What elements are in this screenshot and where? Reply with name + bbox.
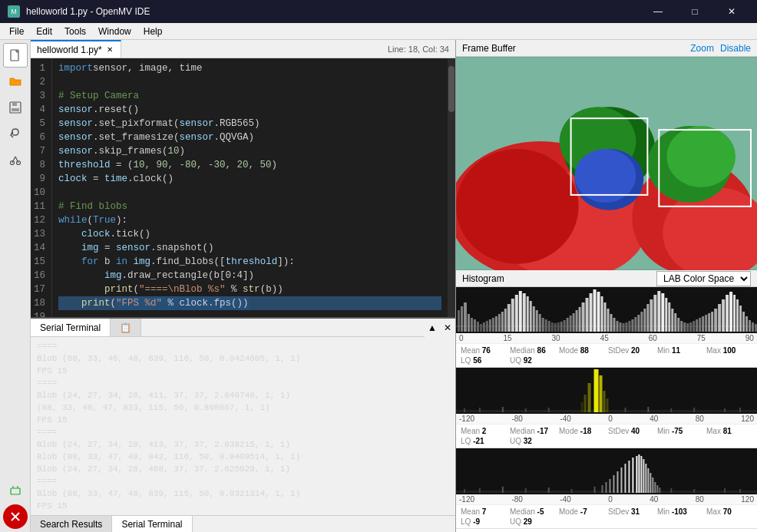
svg-rect-146 (502, 487, 504, 493)
serial-output[interactable]: ==== Blob (88, 33, 46, 48, 839, 116, 50,… (31, 337, 455, 515)
svg-rect-151 (602, 485, 603, 493)
tab-serial-terminal[interactable]: Serial Terminal (31, 319, 111, 336)
svg-rect-40 (492, 318, 494, 332)
left-btn-undo[interactable] (3, 121, 28, 146)
svg-rect-148 (548, 487, 550, 493)
hist-chart-svg-l (456, 287, 757, 333)
undo-icon (8, 127, 22, 140)
panel-collapse-btn[interactable]: ▲ (425, 319, 440, 337)
svg-rect-137 (647, 407, 649, 412)
left-btn-new[interactable] (3, 43, 28, 68)
svg-rect-112 (726, 295, 729, 332)
svg-rect-48 (519, 291, 522, 332)
svg-rect-150 (594, 487, 596, 493)
left-btn-cut[interactable] (3, 147, 28, 172)
svg-rect-72 (597, 292, 600, 332)
svg-rect-86 (640, 312, 643, 332)
svg-rect-58 (551, 322, 554, 332)
tab-helloworld[interactable]: helloworld 1.py* ✕ (31, 40, 121, 58)
svg-rect-162 (640, 456, 642, 493)
svg-rect-95 (671, 309, 673, 332)
hist-section-b: -120 -80 -40 0 40 80 120 Mean 7 Median -… (456, 448, 757, 529)
serial-line: ==== (37, 475, 449, 487)
frame-buffer-title: Frame Buffer (462, 43, 516, 54)
svg-rect-131 (464, 408, 465, 412)
svg-rect-33 (471, 318, 473, 332)
svg-rect-51 (530, 301, 532, 332)
svg-rect-161 (638, 454, 640, 493)
serial-line: Blob (88, 33, 47, 48, 839, 115, 50, 0.93… (37, 487, 449, 500)
svg-rect-71 (593, 289, 597, 332)
svg-rect-60 (557, 322, 560, 332)
serial-line: Blob (88, 33, 46, 48, 839, 116, 50, 0.94… (37, 352, 449, 365)
svg-rect-47 (515, 295, 518, 332)
save-icon (8, 101, 22, 114)
svg-rect-29 (458, 310, 460, 332)
file-icon (8, 48, 22, 62)
code-content[interactable]: import sensor, image, time # Setup Camer… (52, 58, 448, 317)
disable-label[interactable]: Disable (720, 43, 751, 54)
svg-rect-44 (504, 309, 507, 332)
hist-stats-b: Mean 7 Median -5 Mode -7 StDev 31 Min -1… (456, 505, 757, 528)
svg-rect-113 (729, 292, 732, 332)
frame-buffer-canvas (456, 57, 757, 270)
svg-rect-157 (624, 464, 626, 493)
svg-rect-129 (603, 391, 606, 412)
svg-rect-127 (584, 395, 587, 412)
code-editor[interactable]: 12345 678910 1112131415 16171819 import … (31, 58, 455, 317)
maximize-button[interactable]: □ (677, 0, 712, 23)
tab-serial-term[interactable]: Serial Terminal (112, 516, 192, 532)
svg-rect-135 (548, 408, 550, 412)
svg-rect-79 (619, 322, 621, 332)
svg-rect-145 (479, 488, 481, 493)
svg-rect-85 (637, 315, 640, 332)
menu-tools[interactable]: Tools (58, 25, 92, 38)
left-btn-connect[interactable] (3, 478, 28, 503)
left-btn-save[interactable] (3, 95, 28, 120)
editor-scrollbar[interactable] (448, 58, 455, 317)
tab-bar: helloworld 1.py* ✕ Line: 18, Col: 34 (31, 40, 455, 58)
menu-edit[interactable]: Edit (30, 25, 58, 38)
tab-label: helloworld 1.py* (37, 45, 102, 55)
svg-rect-169 (656, 485, 658, 493)
menu-window[interactable]: Window (92, 25, 137, 38)
svg-rect-108 (711, 312, 713, 332)
serial-line: ==== (37, 426, 449, 438)
hist-section-a: -120 -80 -40 0 40 80 120 Mean 2 Median -… (456, 368, 757, 448)
svg-rect-68 (582, 302, 585, 332)
tab-copy[interactable]: 📋 (111, 319, 141, 336)
panel-close-btn[interactable]: ✕ (440, 319, 455, 337)
left-btn-stop[interactable] (3, 504, 28, 529)
svg-rect-77 (613, 318, 615, 332)
svg-rect-147 (525, 488, 527, 493)
svg-rect-61 (560, 322, 563, 332)
svg-rect-105 (702, 316, 704, 332)
svg-rect-167 (652, 477, 653, 493)
svg-rect-65 (573, 313, 575, 332)
svg-rect-75 (607, 309, 609, 332)
svg-rect-73 (601, 296, 603, 332)
svg-rect-80 (622, 323, 624, 332)
svg-rect-174 (739, 489, 741, 493)
svg-rect-120 (752, 322, 754, 332)
tab-search-results[interactable]: Search Results (31, 516, 112, 532)
menu-help[interactable]: Help (137, 25, 169, 38)
svg-rect-110 (718, 304, 721, 332)
svg-rect-102 (693, 321, 695, 332)
svg-rect-138 (670, 408, 672, 412)
svg-rect-128 (581, 402, 583, 412)
zoom-label[interactable]: Zoom (690, 43, 714, 54)
tab-close-btn[interactable]: ✕ (105, 45, 114, 54)
svg-rect-87 (643, 309, 646, 332)
svg-rect-117 (742, 312, 745, 332)
menu-file[interactable]: File (3, 25, 30, 38)
left-btn-open[interactable] (3, 69, 28, 94)
close-button[interactable]: ✕ (714, 0, 749, 23)
histogram-header: Histogram LAB Color Space (456, 270, 757, 287)
hist-axis-b: -120 -80 -40 0 40 80 120 (456, 494, 757, 505)
svg-point-22 (666, 126, 736, 187)
color-space-dropdown[interactable]: LAB Color Space (656, 271, 751, 286)
bottom-tabs: Search Results Serial Terminal (31, 515, 455, 532)
minimize-button[interactable]: — (640, 0, 676, 23)
serial-line: FPS 15 (37, 365, 449, 377)
